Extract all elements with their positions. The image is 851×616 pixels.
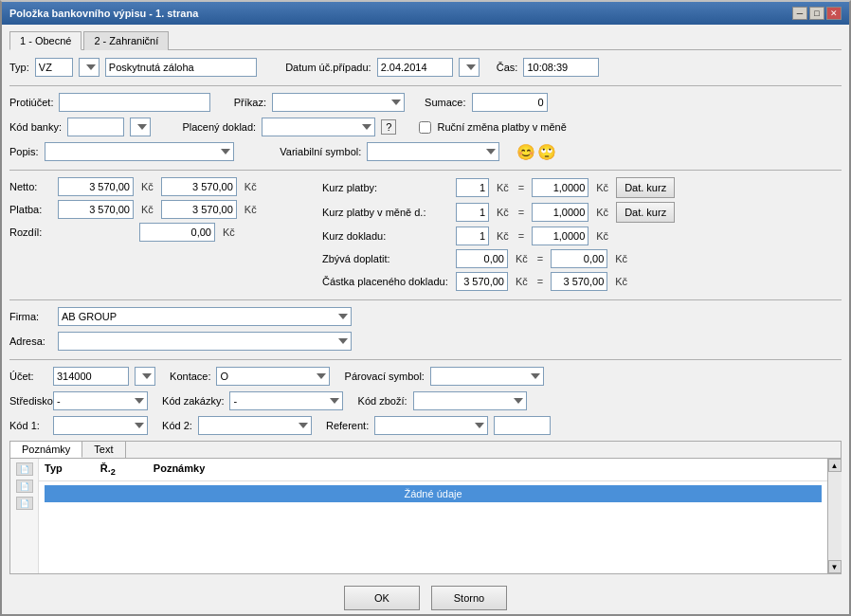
kurz-platby-currency1: Kč — [497, 182, 509, 193]
netto-label: Netto: — [9, 181, 52, 192]
platba-label: Platba: — [9, 204, 52, 215]
kurz-platby-btn[interactable]: Dat. kurz — [616, 177, 675, 198]
title-buttons: ─ □ ✕ — [792, 7, 842, 20]
firma-select[interactable]: AB GROUP — [58, 307, 352, 326]
popis-select[interactable] — [45, 142, 234, 161]
ucet-input[interactable] — [53, 367, 129, 386]
kod-zbozi-label: Kód zboží: — [358, 395, 407, 407]
tab-obecne[interactable]: 1 - Obecné — [9, 31, 81, 50]
typ-input[interactable] — [35, 58, 73, 77]
kod1-select[interactable] — [53, 416, 148, 435]
kod-zbozi-select[interactable] — [413, 391, 527, 410]
zbyva-doplatit-label: Zbývá doplatit: — [322, 253, 450, 264]
cas-input[interactable] — [523, 58, 599, 77]
notes-icon-1[interactable]: 📄 — [16, 462, 33, 476]
row-kod1: Kód 1: Kód 2: Referent: — [9, 416, 842, 435]
close-button[interactable]: ✕ — [826, 7, 842, 20]
notes-tab-text[interactable]: Text — [82, 442, 125, 458]
kurz-platby-mene-currency1: Kč — [497, 207, 509, 218]
netto-currency1: Kč — [141, 181, 154, 192]
rucni-zmena-checkbox[interactable] — [419, 121, 431, 134]
tab-zahranicni[interactable]: 2 - Zahraniční — [83, 31, 169, 50]
kurz-platby-mene-input1[interactable] — [456, 203, 489, 222]
notes-tab-poznamky[interactable]: Poznámky — [10, 442, 82, 458]
sumace-input[interactable] — [472, 93, 548, 112]
bottom-buttons: OK Storno — [2, 580, 849, 614]
kurz-dokladu-input2[interactable] — [532, 226, 588, 245]
row-kurz-platby: Kurz platby: Kč = Kč Dat. kurz — [322, 177, 842, 198]
kontace-select[interactable]: O — [216, 367, 330, 386]
typ-select[interactable] — [79, 58, 100, 77]
datum-select[interactable] — [459, 58, 480, 77]
variabilni-symbol-label: Variabilní symbol: — [280, 146, 361, 157]
kod1-label: Kód 1: — [9, 420, 47, 431]
notes-header: Typ Ř.2 Poznámky — [39, 459, 827, 481]
castka-placeneho-currency2: Kč — [615, 276, 627, 287]
kurz-dokladu-input1[interactable] — [456, 226, 489, 245]
castka-placeneho-input1[interactable] — [456, 272, 508, 291]
window-title: Položka bankovního výpisu - 1. strana — [9, 8, 198, 19]
row-protiucet: Protiúčet: Příkaz: Sumace: — [9, 93, 842, 112]
row-platba: Platba: Kč Kč — [9, 200, 313, 219]
netto-input2[interactable] — [161, 177, 237, 196]
platba-input1[interactable] — [58, 200, 134, 219]
kod-banky-input[interactable] — [67, 118, 124, 136]
protiucet-input[interactable] — [59, 93, 210, 112]
castka-placeneho-input2[interactable] — [551, 272, 607, 291]
firma-label: Firma: — [9, 311, 52, 322]
referent-input[interactable] — [494, 416, 551, 435]
notes-main: Typ Ř.2 Poznámky Žádné údaje — [39, 459, 827, 573]
kurz-platby-equals: = — [518, 182, 524, 193]
kurz-platby-mene-equals: = — [518, 207, 524, 218]
stredisko-select[interactable]: - — [53, 391, 148, 410]
main-content: 1 - Obecné 2 - Zahraniční Typ: Datum úč.… — [2, 25, 849, 580]
placeny-doklad-help[interactable]: ? — [381, 119, 396, 135]
parovaci-symbol-select[interactable] — [430, 367, 544, 386]
placeny-doklad-select[interactable] — [262, 118, 375, 136]
kod-banky-select[interactable] — [130, 118, 151, 136]
kurz-dokladu-label: Kurz dokladu: — [322, 230, 450, 242]
castka-placeneho-currency1: Kč — [516, 276, 528, 287]
adresa-label: Adresa: — [9, 335, 52, 347]
referent-select[interactable] — [374, 416, 488, 435]
row-zbyva-doplatit: Zbývá doplatit: Kč = Kč — [322, 249, 842, 268]
platba-input2[interactable] — [161, 200, 237, 219]
scroll-up-btn[interactable]: ▲ — [828, 459, 842, 472]
left-amounts: Netto: Kč Kč Platba: Kč Kč Rozdíl: — [9, 177, 313, 293]
datum-label: Datum úč.případu: — [285, 62, 371, 73]
kod2-select[interactable] — [198, 416, 312, 435]
maximize-button[interactable]: □ — [809, 7, 824, 20]
netto-input1[interactable] — [58, 177, 134, 196]
kurz-platby-input2[interactable] — [532, 178, 588, 197]
row-stredisko: Středisko: - Kód zakázky: - Kód zboží: — [9, 391, 842, 410]
variabilni-symbol-select[interactable] — [367, 142, 499, 161]
notes-sidebar: 📄 📄 📄 — [10, 459, 39, 573]
notes-icon-2[interactable]: 📄 — [16, 480, 33, 493]
adresa-select[interactable] — [58, 332, 352, 351]
kurz-platby-mene-input2[interactable] — [532, 203, 588, 222]
minimize-button[interactable]: ─ — [792, 7, 807, 20]
ucet-select[interactable] — [135, 367, 155, 386]
kontace-label: Kontace: — [170, 371, 210, 382]
platba-currency1: Kč — [141, 204, 154, 215]
notes-icon-3[interactable]: 📄 — [16, 497, 33, 510]
notes-scrollbar: ▲ ▼ — [827, 459, 841, 573]
ok-button[interactable]: OK — [344, 586, 420, 610]
rozdil-input[interactable] — [139, 223, 215, 242]
row-ucet: Účet: Kontace: O Párovací symbol: — [9, 367, 842, 386]
parovaci-symbol-label: Párovací symbol: — [345, 371, 425, 382]
datum-input[interactable] — [377, 58, 453, 77]
zbyva-doplatit-input1[interactable] — [456, 249, 508, 268]
kurz-platby-input1[interactable] — [456, 178, 489, 197]
prikaz-select[interactable] — [272, 93, 405, 112]
zbyva-doplatit-input2[interactable] — [551, 249, 607, 268]
typ-description[interactable] — [105, 58, 257, 77]
row-castka-placeneho: Částka placeného dokladu: Kč = Kč — [322, 272, 842, 291]
kod-zakazky-select[interactable]: - — [229, 391, 343, 410]
scroll-track[interactable] — [828, 472, 842, 560]
cancel-button[interactable]: Storno — [431, 586, 507, 610]
row-popis: Popis: Variabilní symbol: 😊🙄 — [9, 142, 842, 161]
kurz-platby-mene-btn[interactable]: Dat. kurz — [616, 202, 675, 223]
scroll-down-btn[interactable]: ▼ — [828, 560, 842, 573]
protiucet-label: Protiúčet: — [9, 97, 53, 108]
